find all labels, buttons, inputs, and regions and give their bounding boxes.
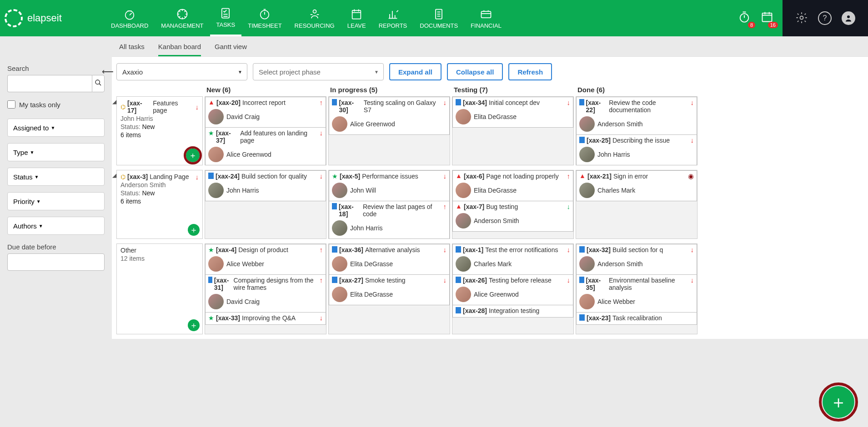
task-card[interactable]: [xax-22] Review the code documentation↓A…: [576, 97, 697, 135]
due-date-input[interactable]: [7, 253, 105, 271]
search-input[interactable]: [7, 75, 92, 92]
settings-icon[interactable]: [795, 11, 808, 25]
brand-name: elapseit: [27, 12, 62, 24]
lane-cell[interactable]: ★[xax-5] Performance issues↓John Will[xa…: [328, 170, 450, 239]
epic-card[interactable]: ◢⌬[xax-3] Landing Page↓Anderson SmithSta…: [116, 170, 203, 239]
task-card[interactable]: [xax-30] Testing scaling on Galaxy S7↓Al…: [329, 97, 450, 135]
epic-collapse-icon[interactable]: ◢: [112, 99, 116, 105]
nav-resourcing[interactable]: RESOURCING: [288, 0, 341, 36]
task-card[interactable]: [xax-32] Build section for q↓Anderson Sm…: [576, 244, 697, 275]
filter-authors[interactable]: Authors ▼: [7, 217, 105, 235]
assignee: John Harris: [208, 183, 323, 198]
task-card[interactable]: ★[xax-37] Add features on landing page↓A…: [205, 127, 326, 165]
timer-indicator[interactable]: 8: [737, 10, 752, 26]
priority-down-icon: ↓: [691, 277, 694, 283]
priority-down-icon: ↓: [567, 99, 571, 106]
task-card[interactable]: [xax-25] Describing the issue↓John Harri…: [576, 134, 697, 165]
epic-card[interactable]: Other12 items＋: [116, 243, 203, 334]
nav-management[interactable]: MANAGEMENT: [155, 0, 210, 36]
project-select[interactable]: Axaxio ▼: [116, 63, 247, 80]
task-card[interactable]: ★[xax-5] Performance issues↓John Will: [329, 170, 450, 201]
epic-card[interactable]: ◢⌬[xax-17] Features page↓John HarrisStat…: [116, 96, 203, 165]
epic-owner: John Harris: [120, 115, 199, 122]
subtab-kanban-board[interactable]: Kanban board: [158, 43, 201, 56]
task-card[interactable]: [xax-28] Integration testing: [452, 305, 573, 318]
task-card[interactable]: [xax-31] Comparing designs from the wire…: [205, 274, 326, 313]
lane-cell[interactable]: [xax-30] Testing scaling on Galaxy S7↓Al…: [328, 96, 450, 165]
phase-select[interactable]: Select project phase ▼: [253, 63, 384, 80]
epic-add-button[interactable]: ＋: [188, 319, 200, 331]
collapse-all-button[interactable]: Collapse all: [447, 63, 503, 80]
task-card[interactable]: [xax-18] Review the last pages of code↑J…: [329, 201, 450, 239]
profile-icon[interactable]: [842, 11, 855, 25]
task-card[interactable]: ▲[xax-20] Incorrect report↑David Craig: [205, 97, 326, 128]
lane-cell[interactable]: [xax-22] Review the code documentation↓A…: [576, 96, 697, 165]
task-card[interactable]: [xax-23] Task recalibration: [576, 312, 697, 325]
my-tasks-only[interactable]: My tasks only: [7, 100, 105, 109]
lane-cell[interactable]: ▲[xax-20] Incorrect report↑David Craig★[…: [205, 96, 326, 165]
nav-financial[interactable]: FINANCIAL: [464, 0, 508, 36]
nav-timesheet[interactable]: TIMESHEET: [241, 0, 288, 36]
search-button[interactable]: [92, 75, 105, 92]
task-card[interactable]: [xax-24] Build section for quality↓John …: [205, 170, 326, 201]
filter-label: Authors: [13, 222, 37, 230]
lane-cell[interactable]: ★[xax-4] Design of product↑Alice Webber[…: [205, 243, 326, 334]
card-head: [xax-24] Build section for quality↓: [208, 173, 323, 180]
task-card[interactable]: [xax-26] Testing before release↓Alice Gr…: [452, 274, 573, 305]
brand[interactable]: elapseit: [0, 0, 105, 36]
collapse-sidebar-icon[interactable]: ⟵: [102, 67, 114, 77]
card-id: [xax-4]: [216, 246, 236, 253]
priority-down-icon: ↓: [567, 203, 571, 210]
nav-dashboard[interactable]: DASHBOARD: [105, 0, 155, 36]
subtab-gantt-view[interactable]: Gantt view: [215, 43, 247, 56]
task-card[interactable]: [xax-1] Test the error notifications↓Cha…: [452, 244, 573, 275]
card-id: [xax-25]: [587, 137, 611, 144]
my-tasks-checkbox[interactable]: [7, 100, 15, 109]
nav-documents[interactable]: DOCUMENTS: [413, 0, 464, 36]
filter-status[interactable]: Status ▼: [7, 168, 105, 186]
nav-leave[interactable]: LEAVE: [341, 0, 372, 36]
card-id: [xax-21]: [587, 173, 612, 180]
lane-cell[interactable]: [xax-1] Test the error notifications↓Cha…: [452, 243, 574, 334]
task-card[interactable]: [xax-35] Environmental baseline analysis…: [576, 274, 697, 313]
assignee-name: John Harris: [597, 151, 630, 158]
epic-add-button[interactable]: ＋: [186, 149, 200, 162]
epic-add-button[interactable]: ＋: [188, 224, 200, 236]
blocker-icon: ◉: [688, 173, 694, 179]
avatar-icon: [208, 147, 224, 162]
help-icon[interactable]: ?: [818, 11, 832, 25]
task-card[interactable]: [xax-34] Initial concept dev↓Elita DeGra…: [452, 97, 573, 128]
lane-cell[interactable]: [xax-24] Build section for quality↓John …: [205, 170, 326, 239]
card-title: Initial concept dev: [489, 99, 540, 106]
priority-down-icon: ↓: [196, 104, 199, 110]
lane-cell[interactable]: [xax-34] Initial concept dev↓Elita DeGra…: [452, 96, 574, 165]
subtab-all-tasks[interactable]: All tasks: [119, 43, 145, 56]
task-card[interactable]: ▲[xax-6] Page not loading properly↑Elita…: [452, 170, 573, 201]
card-head: [xax-22] Review the code documentation↓: [579, 99, 694, 114]
lane-cell[interactable]: [xax-32] Build section for q↓Anderson Sm…: [576, 243, 697, 334]
calendar-indicator[interactable]: 16: [760, 10, 774, 26]
nav-tasks[interactable]: TASKS: [210, 0, 242, 36]
priority-down-icon: ↓: [567, 246, 571, 253]
task-card[interactable]: ★[xax-4] Design of product↑Alice Webber: [205, 244, 326, 275]
epic-collapse-icon[interactable]: ◢: [112, 172, 116, 179]
avatar-icon: [332, 287, 347, 302]
nav-reports[interactable]: REPORTS: [372, 0, 414, 36]
refresh-button[interactable]: Refresh: [508, 63, 552, 80]
filter-type[interactable]: Type ▼: [7, 143, 105, 161]
lane-cell[interactable]: ▲[xax-21] Sign in error◉Charles Mark: [576, 170, 697, 239]
lane-cell[interactable]: ▲[xax-6] Page not loading properly↑Elita…: [452, 170, 574, 239]
task-card[interactable]: [xax-36] Alternative analysis↓Elita DeGr…: [329, 244, 450, 275]
avatar-icon: [456, 183, 471, 198]
filter-priority[interactable]: Priority ▼: [7, 192, 105, 210]
filter-assigned-to[interactable]: Assigned to ▼: [7, 119, 105, 137]
lane-cell[interactable]: [xax-36] Alternative analysis↓Elita DeGr…: [328, 243, 450, 334]
task-card[interactable]: ▲[xax-21] Sign in error◉Charles Mark: [576, 170, 697, 201]
timer-badge: 8: [748, 22, 755, 28]
task-card[interactable]: ★[xax-33] Improving the Q&A↓: [205, 312, 326, 325]
task-card[interactable]: ▲[xax-7] Bug testing↓Anderson Smith: [452, 201, 573, 232]
card-head: [xax-32] Build section for q↓: [579, 246, 694, 253]
expand-all-button[interactable]: Expand all: [389, 63, 442, 80]
avatar-icon: [208, 294, 224, 309]
task-card[interactable]: [xax-27] Smoke testing↓Elita DeGrasse: [329, 274, 450, 305]
